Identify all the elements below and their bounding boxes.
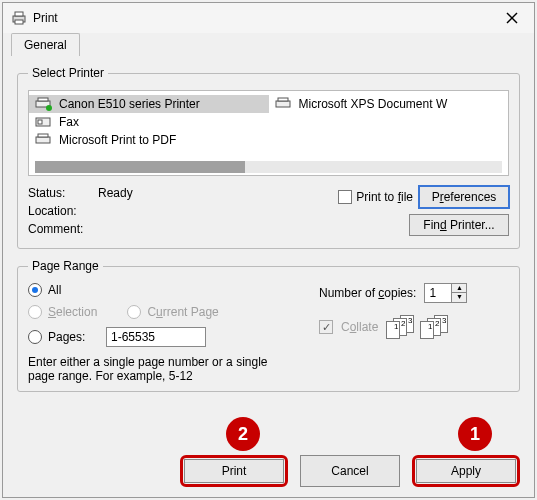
- printer-icon: [35, 133, 53, 147]
- radio-pages[interactable]: Pages:: [28, 327, 313, 347]
- printer-name: Fax: [59, 115, 79, 129]
- svg-rect-2: [15, 20, 23, 24]
- find-printer-button[interactable]: Find Printer...: [409, 214, 509, 236]
- radio-selection: Selection: [28, 305, 97, 319]
- svg-rect-8: [276, 101, 290, 107]
- select-printer-legend: Select Printer: [28, 66, 108, 80]
- radio-current-page: Current Page: [127, 305, 218, 319]
- printer-icon: [35, 97, 53, 111]
- printers-list[interactable]: Canon E510 series Printer Microsoft XPS …: [28, 90, 509, 176]
- dialog-buttons: Print Cancel Apply: [180, 455, 520, 487]
- copies-spinner[interactable]: ▲ ▼: [424, 283, 467, 303]
- comment-label: Comment:: [28, 222, 98, 236]
- printer-item[interactable]: Fax: [29, 113, 269, 131]
- printer-item[interactable]: Canon E510 series Printer: [29, 95, 269, 113]
- radio-selection-label: Selection: [48, 305, 97, 319]
- svg-rect-11: [38, 120, 42, 124]
- cancel-button[interactable]: Cancel: [300, 455, 400, 487]
- svg-rect-12: [36, 137, 50, 143]
- preferences-button[interactable]: Preferences: [419, 186, 509, 208]
- annotation-highlight-print: Print: [180, 455, 288, 487]
- copies-input[interactable]: [424, 283, 452, 303]
- window-title: Print: [33, 11, 498, 25]
- tab-general[interactable]: General: [11, 33, 80, 56]
- radio-current-page-label: Current Page: [147, 305, 218, 319]
- print-dialog: Print General Select Printer Canon E510 …: [2, 2, 535, 498]
- checkbox-icon: [338, 190, 352, 204]
- radio-all-label: All: [48, 283, 61, 297]
- scrollbar-thumb[interactable]: [35, 161, 245, 173]
- printer-item[interactable]: Microsoft Print to PDF: [29, 131, 508, 149]
- svg-rect-6: [38, 98, 48, 101]
- annotation-highlight-apply: Apply: [412, 455, 520, 487]
- annotation-badge-2: 2: [226, 417, 260, 451]
- radio-pages-label: Pages:: [48, 330, 100, 344]
- print-to-file-checkbox[interactable]: Print to file: [338, 190, 413, 204]
- printer-name: Microsoft Print to PDF: [59, 133, 176, 147]
- tab-panel-general: Select Printer Canon E510 series Printer…: [3, 56, 534, 412]
- printer-name: Canon E510 series Printer: [59, 97, 200, 111]
- close-icon[interactable]: [498, 8, 526, 28]
- status-label: Status:: [28, 186, 98, 200]
- page-range-help: Enter either a single page number or a s…: [28, 355, 278, 383]
- page-range-group: Page Range All Selection Curr: [17, 259, 520, 392]
- printer-item[interactable]: Microsoft XPS Document W: [269, 95, 509, 113]
- svg-rect-9: [278, 98, 288, 101]
- print-to-file-label: Print to file: [356, 190, 413, 204]
- printer-name: Microsoft XPS Document W: [299, 97, 448, 111]
- collate-icon: 321 321: [386, 315, 450, 339]
- fax-icon: [35, 115, 53, 129]
- svg-point-7: [46, 105, 52, 111]
- svg-rect-13: [38, 134, 48, 137]
- location-label: Location:: [28, 204, 98, 218]
- printer-icon: [275, 97, 293, 111]
- spinner-down-icon[interactable]: ▼: [452, 293, 466, 302]
- select-printer-group: Select Printer Canon E510 series Printer…: [17, 66, 520, 249]
- scrollbar-horizontal[interactable]: [35, 161, 502, 173]
- collate-label: Collate: [341, 320, 378, 334]
- print-button[interactable]: Print: [184, 459, 284, 483]
- printer-icon: [11, 10, 27, 26]
- annotation-badge-1: 1: [458, 417, 492, 451]
- svg-rect-1: [15, 12, 23, 16]
- checkbox-icon: ✓: [319, 320, 333, 334]
- pages-input[interactable]: [106, 327, 206, 347]
- page-range-legend: Page Range: [28, 259, 103, 273]
- spinner-up-icon[interactable]: ▲: [452, 284, 466, 293]
- status-value: Ready: [98, 186, 133, 200]
- copies-label: Number of copies:: [319, 286, 416, 300]
- tabs: General: [3, 33, 534, 56]
- apply-button[interactable]: Apply: [416, 459, 516, 483]
- radio-all[interactable]: All: [28, 283, 313, 297]
- title-bar: Print: [3, 3, 534, 33]
- collate-checkbox: ✓ Collate 321 321: [319, 315, 509, 339]
